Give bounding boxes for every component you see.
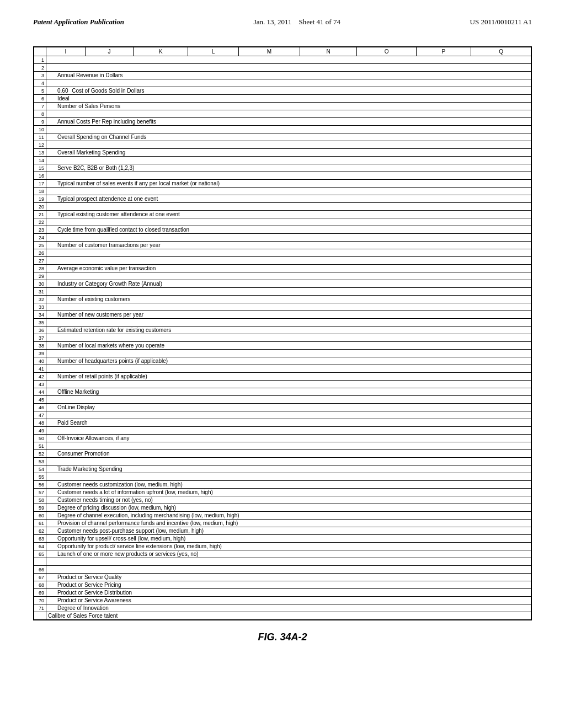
row-content bbox=[46, 188, 531, 195]
table-row: 2 bbox=[34, 64, 531, 72]
row-number: 34 bbox=[34, 311, 46, 319]
table-row: 68Product or Service Pricing bbox=[34, 581, 531, 589]
row-number: 53 bbox=[34, 458, 46, 465]
table-row: 8 bbox=[34, 110, 531, 118]
row-number: 51 bbox=[34, 442, 46, 450]
row-number: 19 bbox=[34, 195, 46, 203]
table-row: 32Number of existing customers bbox=[34, 296, 531, 303]
row-number: 9 bbox=[34, 118, 46, 126]
row-number: 41 bbox=[34, 365, 46, 373]
table-row: 63Opportunity for upsell/ cross-sell (lo… bbox=[34, 535, 531, 543]
row-content: Number of existing customers bbox=[46, 296, 531, 303]
table-row bbox=[34, 558, 531, 566]
row-number: 55 bbox=[34, 473, 46, 481]
table-row: 28Average economic value per transaction bbox=[34, 265, 531, 272]
row-content bbox=[46, 257, 531, 265]
row-number: 31 bbox=[34, 288, 46, 296]
col-I: I bbox=[46, 47, 86, 56]
table-row: 25Number of customer transactions per ye… bbox=[34, 242, 531, 249]
row-number: 69 bbox=[34, 589, 46, 597]
row-number: 48 bbox=[34, 419, 46, 427]
table-row: 38Number of local markets where you oper… bbox=[34, 342, 531, 350]
row-content: Product or Service Awareness bbox=[46, 597, 531, 604]
row-number: 57 bbox=[34, 489, 46, 496]
row-number: 65 bbox=[34, 550, 46, 558]
row-number: 23 bbox=[34, 226, 46, 234]
col-N: N bbox=[300, 47, 357, 56]
row-number: 63 bbox=[34, 535, 46, 543]
table-row: 71Degree of Innovation bbox=[34, 604, 531, 612]
row-content bbox=[46, 126, 531, 133]
row-number: 62 bbox=[34, 527, 46, 535]
row-number: 42 bbox=[34, 373, 46, 381]
row-content bbox=[46, 272, 531, 280]
row-content bbox=[46, 141, 531, 149]
table-row: 49 bbox=[34, 427, 531, 435]
row-content: Degree of channel execution, including m… bbox=[46, 512, 531, 520]
row-content: Serve B2C, B2B or Both (1,2,3) bbox=[46, 164, 531, 172]
row-content: Off-Invoice Allowances, if any bbox=[46, 435, 531, 442]
row-content bbox=[46, 203, 531, 211]
table-row: 18 bbox=[34, 188, 531, 195]
page-header: Patent Application Publication Jan. 13, … bbox=[0, 0, 565, 35]
row-content: Industry or Category Growth Rate (Annual… bbox=[46, 280, 531, 288]
table-row: 27 bbox=[34, 257, 531, 265]
row-content: Estimated retention rate for existing cu… bbox=[46, 326, 531, 334]
row-number: 60 bbox=[34, 512, 46, 520]
row-content: Degree of pricing discussion (low, mediu… bbox=[46, 504, 531, 512]
figure-caption: FIG. 34A-2 bbox=[0, 631, 565, 643]
table-row: 9Annual Costs Per Rep including benefits bbox=[34, 118, 531, 126]
table-row: 3Annual Revenue in Dollars bbox=[34, 72, 531, 79]
table-row: 55 bbox=[34, 473, 531, 481]
row-number: 12 bbox=[34, 141, 46, 149]
table-row: 24 bbox=[34, 234, 531, 242]
row-content bbox=[46, 458, 531, 465]
row-number: 56 bbox=[34, 481, 46, 489]
table-row: 41 bbox=[34, 365, 531, 373]
table-row: 44Offline Marketing bbox=[34, 388, 531, 396]
row-content bbox=[46, 249, 531, 257]
row-content bbox=[46, 350, 531, 357]
col-J: J bbox=[85, 47, 133, 56]
row-content bbox=[46, 381, 531, 388]
row-content: Customer needs post-purchase support (lo… bbox=[46, 527, 531, 535]
row-content: Number of customer transactions per year bbox=[46, 242, 531, 249]
row-content: Trade Marketing Spending bbox=[46, 465, 531, 473]
row-content: Calibre of Sales Force talent bbox=[46, 612, 531, 620]
row-content bbox=[46, 79, 531, 87]
row-content: Number of Sales Persons bbox=[46, 103, 531, 110]
row-number: 35 bbox=[34, 319, 46, 326]
row-number: 29 bbox=[34, 272, 46, 280]
row-number: 38 bbox=[34, 342, 46, 350]
row-content: Customer needs customization (low, mediu… bbox=[46, 481, 531, 489]
row-content: Number of retail points (if applicable) bbox=[46, 373, 531, 381]
row-content bbox=[46, 558, 531, 566]
table-row: 46OnLine Display bbox=[34, 404, 531, 411]
row-number: 64 bbox=[34, 543, 46, 550]
column-header-row: I J K L M N O P Q bbox=[34, 47, 531, 56]
row-number: 10 bbox=[34, 126, 46, 133]
row-number: 24 bbox=[34, 234, 46, 242]
table-row: 51 bbox=[34, 442, 531, 450]
corner-cell bbox=[34, 47, 46, 56]
row-number: 67 bbox=[34, 574, 46, 581]
row-content: Opportunity for product/ service line ex… bbox=[46, 543, 531, 550]
row-number: 6 bbox=[34, 95, 46, 103]
row-content: Average economic value per transaction bbox=[46, 265, 531, 272]
row-number: 16 bbox=[34, 172, 46, 180]
table-row: 19Typical prospect attendence at one eve… bbox=[34, 195, 531, 203]
row-number: 40 bbox=[34, 357, 46, 365]
row-content: Provision of channel performance funds a… bbox=[46, 520, 531, 527]
table-row: 53 bbox=[34, 458, 531, 465]
header-left: Patent Application Publication bbox=[33, 18, 124, 26]
row-content: Typical prospect attendence at one event bbox=[46, 195, 531, 203]
row-number: 71 bbox=[34, 604, 46, 612]
table-row: 42Number of retail points (if applicable… bbox=[34, 373, 531, 381]
row-number bbox=[34, 612, 46, 620]
table-row: 7Number of Sales Persons bbox=[34, 103, 531, 110]
row-number: 49 bbox=[34, 427, 46, 435]
row-content bbox=[46, 365, 531, 373]
row-number: 68 bbox=[34, 581, 46, 589]
col-M: M bbox=[238, 47, 300, 56]
table-row: 40Number of headquarters points (if appl… bbox=[34, 357, 531, 365]
